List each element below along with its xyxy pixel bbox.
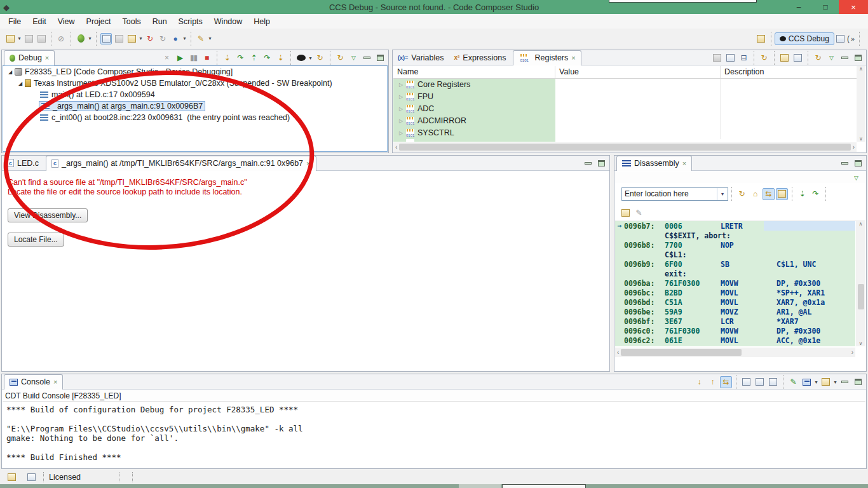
tab-disassembly[interactable]: Disassembly × — [616, 156, 692, 171]
asm-instruction-row[interactable]: 0096b8:7700NOP — [615, 240, 855, 250]
minimize-view-icon[interactable] — [361, 52, 373, 64]
resume-icon[interactable]: ▶ — [174, 52, 186, 64]
previous-console-icon[interactable]: ↑ — [707, 376, 719, 388]
menu-view[interactable]: View — [52, 15, 81, 28]
column-description[interactable]: Description — [721, 66, 857, 78]
flash-icon[interactable]: ↻ — [144, 33, 156, 44]
register-row-adc[interactable]: ▷ADC — [393, 103, 857, 115]
register-row-fpu[interactable]: ▷FPU — [393, 91, 857, 103]
debug-icon[interactable] — [75, 33, 86, 44]
menu-project[interactable]: Project — [81, 15, 117, 28]
menu-tools[interactable]: Tools — [116, 15, 146, 28]
view-menu-icon[interactable]: ▽ — [850, 172, 862, 184]
asm-step-into-icon[interactable]: ⇣ — [796, 188, 808, 200]
lock-console-icon[interactable] — [754, 376, 766, 388]
asm-instruction-row[interactable]: 0096c2:061EMOVLACC, @0x1e — [615, 336, 855, 345]
asm-step-into-icon[interactable]: ⇣ — [275, 52, 287, 64]
scroll-left-icon[interactable]: ‹ — [393, 144, 397, 151]
new-project-icon[interactable] — [4, 33, 16, 44]
scroll-right-icon[interactable]: › — [853, 144, 857, 151]
asm-instruction-row[interactable]: 0096bd:C51AMOVLXAR7, @0x1a — [615, 297, 855, 307]
refresh-icon[interactable]: ↻ — [812, 52, 824, 64]
collapse-icon[interactable]: ▷ — [393, 118, 405, 124]
scroll-lock-icon[interactable]: ⇆ — [720, 376, 732, 388]
tree-layout-icon[interactable] — [724, 52, 736, 64]
core-dropdown-icon[interactable]: ▾ — [308, 55, 313, 61]
display-console-dropdown-icon[interactable]: ▾ — [813, 379, 819, 385]
tab-registers[interactable]: Registers × — [513, 50, 581, 65]
refresh-view-icon[interactable]: ↻ — [736, 188, 748, 200]
save-icon[interactable] — [23, 33, 34, 44]
register-row-sysctrl[interactable]: ▷SYSCTRL — [393, 127, 857, 139]
column-name[interactable]: Name — [393, 66, 555, 78]
target-config-icon[interactable] — [113, 33, 125, 44]
view-menu-icon[interactable]: ▽ — [825, 52, 837, 64]
perspective-ccs-debug[interactable]: CCS Debug — [775, 32, 834, 45]
clear-console-icon[interactable] — [767, 376, 779, 388]
suspend-icon[interactable]: ▮▮ — [187, 52, 200, 64]
asm-instruction-row[interactable]: 0096c3:EC04SBFC$L2, EQ — [615, 345, 855, 346]
asm-label-row[interactable]: C$$EXIT, abort: — [615, 231, 855, 240]
step-over-icon[interactable]: ↷ — [234, 52, 247, 64]
maximize-view-icon[interactable] — [595, 158, 607, 170]
tab-close-icon[interactable]: × — [306, 159, 310, 167]
collapse-all-icon[interactable]: ⊟ — [738, 52, 750, 64]
taskbar-item[interactable] — [459, 484, 501, 488]
menu-window[interactable]: Window — [208, 15, 248, 28]
display-console-icon[interactable] — [801, 376, 813, 388]
maximize-view-icon[interactable] — [852, 158, 864, 170]
pin-view-icon[interactable]: ✎ — [633, 207, 645, 219]
menu-edit[interactable]: Edit — [27, 15, 52, 28]
column-value[interactable]: Value — [555, 66, 721, 78]
workspace-browser-icon[interactable]: ● — [170, 33, 181, 44]
asm-label-row[interactable]: exit: — [615, 269, 855, 278]
asm-instruction-row[interactable]: 0096bc:B2BDMOVL*SP++, XAR1 — [615, 288, 855, 297]
asm-label-row[interactable]: C$L1: — [615, 250, 855, 259]
skip-breakpoints-icon[interactable]: ⊘ — [55, 33, 67, 44]
collapse-icon[interactable]: ▷ — [393, 106, 405, 112]
tab-close-icon[interactable]: × — [682, 159, 686, 167]
menu-scripts[interactable]: Scripts — [173, 15, 208, 28]
open-perspective-icon[interactable] — [756, 33, 767, 44]
minimize-view-icon[interactable] — [839, 376, 851, 388]
connect-target-icon[interactable] — [100, 33, 112, 44]
debug-tree-row-target[interactable]: ◢ Texas Instruments XDS100v2 USB Emulato… — [3, 78, 387, 89]
register-row-adcmirror[interactable]: ▷ADCMIRROR — [393, 115, 857, 127]
pin-tool-icon[interactable]: ✎ — [195, 33, 207, 44]
new-view-icon[interactable] — [620, 207, 632, 219]
edit-perspective-icon[interactable] — [835, 33, 846, 44]
open-console-icon[interactable] — [820, 376, 832, 388]
show-source-icon[interactable] — [776, 188, 788, 200]
core-menu-icon[interactable] — [295, 52, 307, 64]
disassembly-vertical-scrollbar[interactable]: ∧ ∨ — [856, 221, 865, 346]
tab-args-main[interactable]: c _args_main() at /tmp/TI_MKLIBr6S4KF/SR… — [46, 156, 316, 171]
debug-dropdown-icon[interactable]: ▾ — [87, 36, 93, 41]
asm-step-over-icon[interactable]: ↷ — [810, 188, 822, 200]
minimize-view-icon[interactable] — [582, 158, 594, 170]
perspective-overflow-chevron[interactable]: » — [851, 35, 855, 43]
maximize-view-icon[interactable] — [852, 376, 864, 388]
collapse-icon[interactable]: ▷ — [393, 130, 405, 136]
expand-icon[interactable]: ◢ — [17, 81, 24, 86]
minimize-view-icon[interactable] — [839, 158, 851, 170]
view-menu-icon[interactable]: ▽ — [348, 52, 360, 64]
register-row-core[interactable]: ▷Core Registers — [393, 79, 857, 91]
registers-vertical-scrollbar[interactable]: ∧ ∨ — [857, 66, 865, 142]
location-input[interactable] — [622, 189, 717, 198]
scroll-up-icon[interactable]: ∧ — [859, 66, 863, 72]
asm-step-over-icon[interactable]: ↷ — [261, 52, 273, 64]
tab-console[interactable]: Console × — [4, 374, 63, 390]
location-combo[interactable]: ▾ — [621, 187, 728, 201]
pin-view-icon[interactable] — [792, 52, 804, 64]
build-status-icon[interactable] — [25, 471, 37, 484]
scroll-left-icon[interactable]: ‹ — [615, 349, 619, 356]
disassembly-horizontal-scrollbar[interactable]: ‹ › — [615, 348, 855, 357]
asm-instruction-row[interactable]: 0096c0:761F0300MOVWDP, #0x300 — [615, 326, 855, 336]
tab-close-icon[interactable]: × — [571, 54, 575, 62]
tab-led-c[interactable]: c LED.c — [2, 156, 44, 171]
restore-welcome-icon[interactable] — [6, 471, 18, 484]
view-disassembly-button[interactable]: View Disassembly... — [8, 208, 88, 222]
asm-instruction-row[interactable]: →0096b7:0006LRETR — [615, 221, 855, 231]
tab-debug[interactable]: Debug × — [4, 50, 55, 65]
asm-instruction-row[interactable]: 0096be:59A9MOVZAR1, @AL — [615, 307, 855, 316]
